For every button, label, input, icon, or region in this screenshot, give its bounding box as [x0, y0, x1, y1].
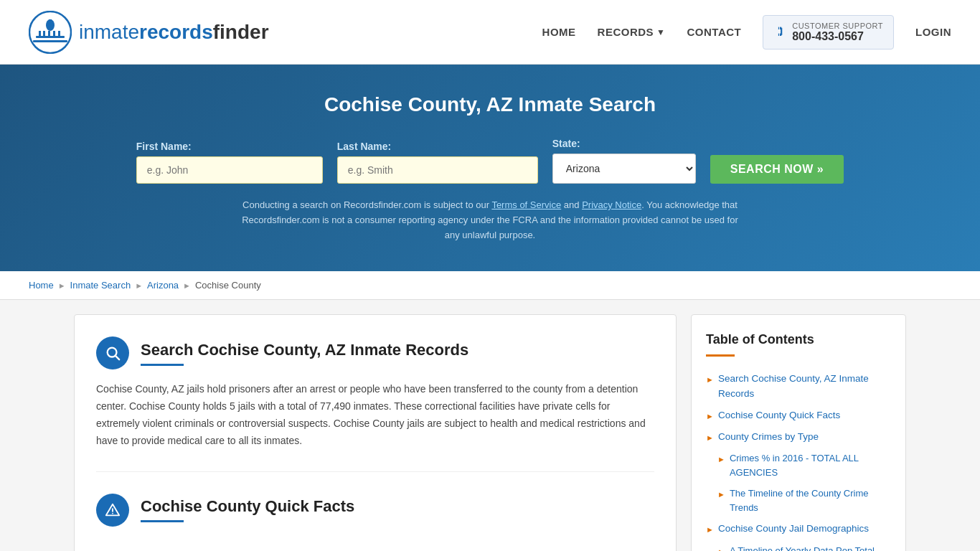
- svg-point-13: [112, 512, 113, 514]
- tos-link[interactable]: Terms of Service: [491, 199, 561, 210]
- svg-rect-3: [33, 40, 67, 42]
- first-name-group: First Name:: [136, 141, 323, 184]
- warning-icon: [96, 494, 129, 527]
- toc-underline: [706, 354, 735, 357]
- section-divider: [96, 471, 654, 472]
- hero-disclaimer: Conducting a search on Recordsfinder.com…: [239, 198, 741, 242]
- breadcrumb-arizona[interactable]: Arizona: [147, 280, 179, 291]
- toc-title: Table of Contents: [706, 332, 891, 347]
- toc-list: ►Search Cochise County, AZ Inmate Record…: [706, 368, 891, 551]
- toc-link-0[interactable]: ►Search Cochise County, AZ Inmate Record…: [706, 372, 891, 401]
- search-icon: [96, 336, 129, 369]
- svg-rect-9: [49, 19, 52, 25]
- svg-line-11: [116, 357, 119, 360]
- search-form: First Name: Last Name: State: Arizona Al…: [14, 138, 966, 184]
- state-group: State: Arizona Alabama Alaska California…: [552, 138, 696, 184]
- last-name-group: Last Name:: [337, 141, 538, 184]
- support-phone: 800-433-0567: [792, 30, 883, 43]
- logo[interactable]: inmaterecordsfinder: [29, 11, 269, 54]
- toc-link-6[interactable]: ►A Timeline of Yearly Data Pop Total fro…: [717, 544, 891, 551]
- breadcrumb-inmate-search[interactable]: Inmate Search: [70, 280, 131, 291]
- nav-home[interactable]: HOME: [542, 26, 576, 38]
- toc-link-2[interactable]: ►County Crimes by Type: [706, 430, 891, 444]
- state-label: State:: [552, 138, 580, 149]
- headphone-icon: 🕽: [773, 24, 786, 39]
- nav-login[interactable]: LOGIN: [915, 26, 951, 38]
- svg-rect-5: [43, 31, 45, 37]
- toc-item-4: ►The Timeline of the County Crime Trends: [717, 483, 891, 518]
- hero-title: Cochise County, AZ Inmate Search: [14, 93, 966, 116]
- first-name-label: First Name:: [136, 141, 192, 152]
- header: inmaterecordsfinder HOME RECORDS ▼ CONTA…: [0, 0, 980, 65]
- main-content: Search Cochise County, AZ Inmate Records…: [60, 314, 920, 551]
- nav-contact[interactable]: CONTACT: [687, 26, 742, 38]
- section1-underline: [141, 364, 184, 366]
- breadcrumb-sep-1: ►: [58, 281, 66, 290]
- nav-records[interactable]: RECORDS ▼: [598, 26, 666, 38]
- svg-rect-4: [39, 31, 41, 37]
- breadcrumb-current: Cochise County: [195, 280, 261, 291]
- first-name-input[interactable]: [136, 156, 323, 184]
- toc-item-1: ►Cochise County Quick Facts: [706, 405, 891, 426]
- section1-body: Cochise County, AZ jails hold prisoners …: [96, 381, 654, 449]
- section1-header: Search Cochise County, AZ Inmate Records: [96, 336, 654, 369]
- svg-rect-7: [53, 31, 55, 37]
- toc-link-5[interactable]: ►Cochise County Jail Demographics: [706, 522, 891, 536]
- toc-item-2: ►County Crimes by Type: [706, 426, 891, 448]
- toc-link-3[interactable]: ►Crimes % in 2016 - TOTAL ALL AGENCIES: [717, 451, 891, 479]
- svg-rect-6: [48, 31, 50, 37]
- support-box: 🕽 CUSTOMER SUPPORT 800-433-0567: [763, 15, 894, 50]
- breadcrumb-sep-3: ►: [183, 281, 191, 290]
- toc-link-4[interactable]: ►The Timeline of the County Crime Trends: [717, 486, 891, 514]
- support-label: CUSTOMER SUPPORT: [792, 22, 883, 30]
- search-button[interactable]: SEARCH NOW »: [710, 155, 844, 184]
- logo-text: inmaterecordsfinder: [79, 21, 269, 44]
- toc-sub-list-2: ►A Timeline of Yearly Data Pop Total fro…: [706, 540, 891, 551]
- section1-title: Search Cochise County, AZ Inmate Records: [141, 341, 468, 359]
- last-name-input[interactable]: [337, 156, 538, 184]
- toc-box: Table of Contents ►Search Cochise County…: [691, 314, 906, 551]
- privacy-link[interactable]: Privacy Notice: [582, 199, 641, 210]
- hero-section: Cochise County, AZ Inmate Search First N…: [0, 65, 980, 271]
- content-left: Search Cochise County, AZ Inmate Records…: [74, 314, 677, 551]
- toc-item-6: ►A Timeline of Yearly Data Pop Total fro…: [717, 540, 891, 551]
- breadcrumb: Home ► Inmate Search ► Arizona ► Cochise…: [0, 271, 980, 300]
- sidebar: Table of Contents ►Search Cochise County…: [691, 314, 906, 551]
- toc-item-3: ►Crimes % in 2016 - TOTAL ALL AGENCIES: [717, 448, 891, 483]
- breadcrumb-home[interactable]: Home: [29, 280, 54, 291]
- last-name-label: Last Name:: [337, 141, 391, 152]
- toc-sub-list: ►Crimes % in 2016 - TOTAL ALL AGENCIES ►…: [706, 448, 891, 518]
- section2-underline: [141, 520, 184, 522]
- section2-title: Cochise County Quick Facts: [141, 497, 354, 516]
- logo-icon: [29, 11, 72, 54]
- breadcrumb-sep-2: ►: [135, 281, 143, 290]
- toc-link-1[interactable]: ►Cochise County Quick Facts: [706, 408, 891, 423]
- svg-rect-8: [58, 31, 60, 37]
- toc-item-0: ►Search Cochise County, AZ Inmate Record…: [706, 368, 891, 405]
- toc-item-5: ►Cochise County Jail Demographics: [706, 518, 891, 540]
- state-select[interactable]: Arizona Alabama Alaska California Colora…: [552, 154, 696, 184]
- main-nav: HOME RECORDS ▼ CONTACT 🕽 CUSTOMER SUPPOR…: [542, 15, 951, 50]
- section2-header: Cochise County Quick Facts: [96, 494, 654, 527]
